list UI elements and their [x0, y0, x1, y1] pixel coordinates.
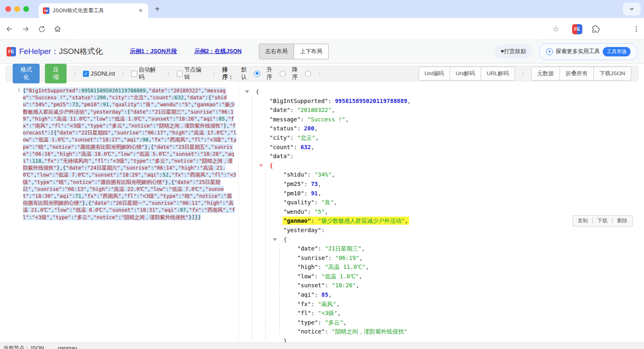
- indent-guide: [265, 226, 266, 235]
- extensions-menu-button[interactable]: [591, 24, 601, 34]
- collapse-toggle-icon[interactable]: [259, 164, 263, 167]
- json-tree-line[interactable]: {: [243, 235, 644, 244]
- example2-link[interactable]: 示例2：在线JSON: [194, 48, 242, 55]
- json-tree-line[interactable]: "data":: [243, 152, 644, 161]
- browser-menu-button[interactable]: [631, 24, 642, 34]
- fehelper-extension-button[interactable]: FE: [572, 24, 582, 34]
- home-button[interactable]: [52, 24, 63, 34]
- layout-top-bottom-button[interactable]: 上下布局: [294, 44, 329, 59]
- indent-guide: [252, 143, 252, 152]
- layout-left-right-button[interactable]: 左右布局: [259, 44, 294, 59]
- current-node-label: 当前节点：: [3, 345, 30, 349]
- jsonlint-checkbox[interactable]: ✓ JSONLint: [83, 70, 115, 77]
- indent-guide: [252, 281, 252, 290]
- auto-decode-label: 自动解码: [139, 66, 161, 81]
- breadcrumb-node[interactable]: ganmao: [58, 345, 77, 349]
- json-tree-line[interactable]: "pm10": 91,: [243, 189, 644, 198]
- window-close-button[interactable]: [5, 6, 11, 12]
- indent-guide: [252, 105, 252, 115]
- window-maximize-button[interactable]: [23, 6, 29, 12]
- main-content: 1 {"BigIntSupported":9958158950201197888…: [0, 84, 644, 342]
- tab-close-icon[interactable]: ×: [137, 7, 144, 14]
- format-button[interactable]: 格式化: [13, 64, 40, 83]
- json-tree-line[interactable]: "date": "20180322",: [243, 105, 644, 115]
- json-tree-line[interactable]: "count": 632,: [243, 143, 644, 152]
- json-input[interactable]: {"BigIntSupported":995815895020119788889…: [23, 87, 237, 221]
- json-tree-line[interactable]: "quality": "良",: [243, 198, 644, 207]
- collapse-toggle-icon[interactable]: [273, 238, 277, 241]
- window-controls[interactable]: [5, 6, 29, 12]
- checkbox-checked-icon: ✓: [83, 71, 89, 77]
- compress-button[interactable]: 压缩: [45, 64, 67, 83]
- indent-guide: [265, 327, 266, 336]
- three-dot-menu-icon: [633, 25, 640, 33]
- auto-decode-checkbox[interactable]: 自动解码: [131, 66, 160, 81]
- download-json-button[interactable]: 下载JSON: [593, 67, 631, 81]
- json-tree-line[interactable]: "yesterday":: [243, 226, 644, 235]
- json-tree-line[interactable]: "notice": "阴晴之间，谨防紫外线侵扰": [243, 327, 644, 336]
- forward-button[interactable]: [20, 24, 31, 34]
- json-tree-line[interactable]: "status": 200,: [243, 124, 644, 133]
- json-tree-line[interactable]: "shidu": "34%",: [243, 170, 644, 179]
- app-brand: FE FeHelper：JSON格式化: [7, 46, 103, 57]
- collapse-toggle-icon[interactable]: [245, 90, 249, 93]
- sort-desc-radio[interactable]: 降序: [292, 66, 311, 81]
- json-tree-line[interactable]: "aqi": 85,: [243, 290, 644, 300]
- browser-tab-strip: FE JSON格式化查看工具 × +: [0, 0, 644, 18]
- sort-default-radio[interactable]: 默认: [241, 66, 260, 81]
- json-tree-line[interactable]: "fl": "<3级",: [243, 309, 644, 318]
- reload-button[interactable]: [36, 24, 47, 34]
- fehelper-logo: FE: [7, 47, 16, 56]
- json-tree-line[interactable]: }: [243, 336, 644, 342]
- indent-guide: [279, 244, 280, 253]
- indent-guide: [265, 300, 266, 309]
- node-edit-checkbox[interactable]: 节点编辑: [177, 66, 206, 81]
- json-tree-line[interactable]: "ganmao": "极少数敏感人群应减少户外活动",: [243, 216, 644, 226]
- tab-search-button[interactable]: [623, 2, 641, 16]
- json-tree-line[interactable]: "city": "北京",: [243, 133, 644, 143]
- indent-guide: [265, 318, 266, 327]
- json-tree-line[interactable]: "sunrise": "06:19",: [243, 253, 644, 263]
- json-tree-line[interactable]: "high": "高温 11.0℃",: [243, 262, 644, 272]
- json-tree-line[interactable]: "message": "Success !",: [243, 115, 644, 124]
- json-tree-line[interactable]: "type": "多云",: [243, 318, 644, 327]
- window-minimize-button[interactable]: [14, 6, 20, 12]
- breadcrumb-root[interactable]: JSON: [30, 345, 44, 349]
- brand-name: FeHelper：: [19, 47, 59, 56]
- indent-guide: [252, 290, 252, 300]
- indent-guide: [265, 216, 266, 226]
- json-tree-line[interactable]: "low": "低温 1.0℃",: [243, 272, 644, 281]
- json-tree-line[interactable]: "date": "21日星期三",: [243, 244, 644, 253]
- back-button[interactable]: [4, 24, 15, 34]
- actions-button-group: 元数据 折叠所有 下载JSON: [531, 67, 632, 81]
- json-tree-line[interactable]: "pm25": 73,: [243, 179, 644, 189]
- json-toolbar: 格式化 压缩 | ✓ JSONLint | 自动解码 | 节点编辑 | 排序： …: [6, 66, 638, 81]
- donate-button[interactable]: ♥打赏鼓励: [494, 45, 533, 58]
- json-tree-line[interactable]: {: [243, 87, 644, 96]
- json-source-editor[interactable]: 1 {"BigIntSupported":9958158950201197888…: [12, 84, 239, 342]
- unicode-button-group: Uni编码 Uni解码 URL解码: [419, 67, 515, 81]
- uni-encode-button[interactable]: Uni编码: [419, 67, 450, 81]
- bookmark-button[interactable]: ☆: [550, 24, 561, 34]
- url-decode-button[interactable]: URL解码: [481, 67, 515, 81]
- json-tree-line[interactable]: "wendu": "5",: [243, 207, 644, 217]
- toolbar-separator: |: [123, 71, 124, 77]
- json-tree-line[interactable]: {: [243, 161, 644, 170]
- explore-tools-button[interactable]: + 探索更多实用工具 工具市场: [539, 43, 637, 60]
- json-tree-line[interactable]: "sunset": "18:26",: [243, 281, 644, 290]
- browser-tab[interactable]: FE JSON格式化查看工具 ×: [39, 3, 148, 18]
- indent-guide: [252, 152, 252, 161]
- indent-guide: [265, 272, 266, 281]
- metadata-button[interactable]: 元数据: [531, 67, 560, 81]
- new-tab-button[interactable]: +: [152, 4, 163, 15]
- uni-decode-button[interactable]: Uni解码: [450, 67, 481, 81]
- indent-guide: [265, 244, 266, 253]
- indent-guide: [265, 207, 266, 217]
- collapse-all-button[interactable]: 折叠所有: [559, 67, 594, 81]
- sort-asc-radio[interactable]: 升序: [267, 66, 285, 81]
- indent-guide: [265, 198, 266, 207]
- example1-link[interactable]: 示例1：JSON片段: [130, 48, 177, 55]
- json-tree-line[interactable]: "fx": "南风",: [243, 300, 644, 309]
- json-tree-line[interactable]: "BigIntSupported": 995815895020119788889…: [243, 96, 644, 106]
- indent-guide: [265, 253, 266, 263]
